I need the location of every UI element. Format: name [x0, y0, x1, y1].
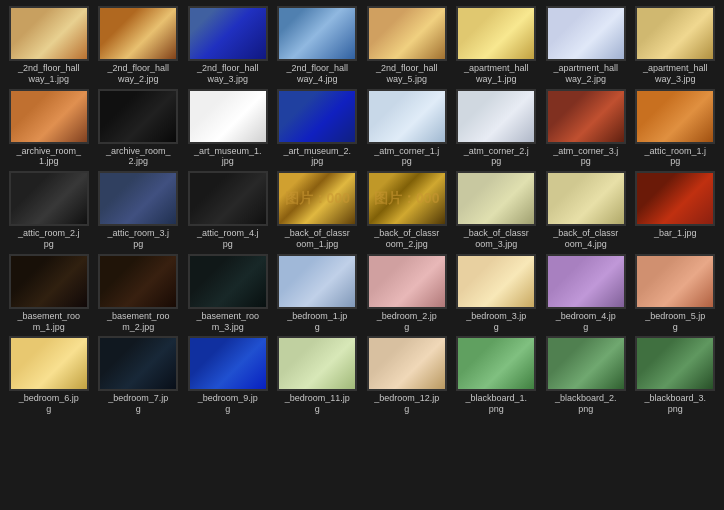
thumb-2nd-hall-5-image: [368, 7, 446, 60]
thumb-apt-hall-3[interactable]: _apartment_hall way_3.jpg: [633, 6, 719, 85]
thumb-arch-2-image: [99, 90, 177, 143]
thumb-2nd-hall-4-label: _2nd_floor_hall way_4.jpg: [286, 63, 348, 85]
thumb-attic-1[interactable]: _attic_room_1.j pg: [633, 89, 719, 168]
thumb-atm-1-image: [368, 90, 446, 143]
thumb-bed-3-label: _bedroom_3.jp g: [466, 311, 526, 333]
thumb-apt-hall-3-label: _apartment_hall way_3.jpg: [643, 63, 708, 85]
thumb-bed-12-label: _bedroom_12.jp g: [374, 393, 439, 415]
thumb-2nd-hall-5-label: _2nd_floor_hall way_5.jpg: [376, 63, 438, 85]
thumb-boc-1[interactable]: 图片：000_back_of_classr oom_1.jpg: [275, 171, 361, 250]
thumb-2nd-hall-3-image: [189, 7, 267, 60]
thumb-art-1[interactable]: _art_museum_1. jpg: [185, 89, 271, 168]
thumb-bed-11-image: [278, 337, 356, 390]
thumb-2nd-hall-1-label: _2nd_floor_hall way_1.jpg: [18, 63, 80, 85]
thumb-bar-1-image: [636, 172, 714, 225]
thumb-atm-3-label: _atm_corner_3.j pg: [553, 146, 618, 168]
thumb-2nd-hall-5[interactable]: _2nd_floor_hall way_5.jpg: [364, 6, 450, 85]
thumb-2nd-hall-1-image: [10, 7, 88, 60]
thumb-blk-3-image: [636, 337, 714, 390]
thumb-attic-3[interactable]: _attic_room_3.j pg: [96, 171, 182, 250]
thumb-atm-3[interactable]: _atm_corner_3.j pg: [543, 89, 629, 168]
thumb-attic-3-image: [99, 172, 177, 225]
thumb-bed-9-image: [189, 337, 267, 390]
thumb-attic-4-label: _attic_room_4.j pg: [197, 228, 259, 250]
thumb-atm-2[interactable]: _atm_corner_2.j pg: [454, 89, 540, 168]
thumb-boc-3[interactable]: _back_of_classr oom_3.jpg: [454, 171, 540, 250]
thumb-boc-4-image: [547, 172, 625, 225]
thumb-bed-5-image: [636, 255, 714, 308]
thumb-attic-2[interactable]: _attic_room_2.j pg: [6, 171, 92, 250]
thumb-attic-4[interactable]: _attic_room_4.j pg: [185, 171, 271, 250]
thumb-bed-9[interactable]: _bedroom_9.jp g: [185, 336, 271, 415]
thumb-bed-2[interactable]: _bedroom_2.jp g: [364, 254, 450, 333]
thumb-bed-6-image: [10, 337, 88, 390]
thumb-apt-hall-1-image: [457, 7, 535, 60]
thumb-art-2-image: [278, 90, 356, 143]
thumb-bed-3-image: [457, 255, 535, 308]
thumb-2nd-hall-3-label: _2nd_floor_hall way_3.jpg: [197, 63, 259, 85]
thumb-apt-hall-1-label: _apartment_hall way_1.jpg: [464, 63, 529, 85]
thumb-bar-1[interactable]: _bar_1.jpg: [633, 171, 719, 250]
thumbnail-grid: _2nd_floor_hall way_1.jpg_2nd_floor_hall…: [0, 0, 724, 421]
thumb-bed-1[interactable]: _bedroom_1.jp g: [275, 254, 361, 333]
thumb-2nd-hall-2[interactable]: _2nd_floor_hall way_2.jpg: [96, 6, 182, 85]
thumb-bed-6[interactable]: _bedroom_6.jp g: [6, 336, 92, 415]
thumb-attic-1-image: [636, 90, 714, 143]
thumb-apt-hall-1[interactable]: _apartment_hall way_1.jpg: [454, 6, 540, 85]
thumb-bas-1-image: [10, 255, 88, 308]
thumb-2nd-hall-1[interactable]: _2nd_floor_hall way_1.jpg: [6, 6, 92, 85]
thumb-blk-2-label: _blackboard_2. png: [555, 393, 617, 415]
thumb-atm-3-image: [547, 90, 625, 143]
thumb-arch-1-label: _archive_room_ 1.jpg: [16, 146, 81, 168]
thumb-atm-2-label: _atm_corner_2.j pg: [464, 146, 529, 168]
thumb-arch-2[interactable]: _archive_room_ 2.jpg: [96, 89, 182, 168]
thumb-blk-2[interactable]: _blackboard_2. png: [543, 336, 629, 415]
thumb-bed-7[interactable]: _bedroom_7.jp g: [96, 336, 182, 415]
thumb-art-2-label: _art_museum_2. jpg: [283, 146, 351, 168]
thumb-bas-2-image: [99, 255, 177, 308]
thumb-bed-3[interactable]: _bedroom_3.jp g: [454, 254, 540, 333]
thumb-blk-1-label: _blackboard_1. png: [465, 393, 527, 415]
thumb-blk-3-label: _blackboard_3. png: [644, 393, 706, 415]
thumb-bas-1[interactable]: _basement_roo m_1.jpg: [6, 254, 92, 333]
thumb-atm-2-image: [457, 90, 535, 143]
thumb-arch-2-label: _archive_room_ 2.jpg: [106, 146, 171, 168]
thumb-2nd-hall-3[interactable]: _2nd_floor_hall way_3.jpg: [185, 6, 271, 85]
thumb-blk-3[interactable]: _blackboard_3. png: [633, 336, 719, 415]
thumb-2nd-hall-2-label: _2nd_floor_hall way_2.jpg: [107, 63, 169, 85]
thumb-attic-4-image: [189, 172, 267, 225]
thumb-boc-3-image: [457, 172, 535, 225]
thumb-bas-3[interactable]: _basement_roo m_3.jpg: [185, 254, 271, 333]
thumb-apt-hall-2-label: _apartment_hall way_2.jpg: [553, 63, 618, 85]
thumb-arch-1[interactable]: _archive_room_ 1.jpg: [6, 89, 92, 168]
thumb-art-2[interactable]: _art_museum_2. jpg: [275, 89, 361, 168]
thumb-bed-4-label: _bedroom_4.jp g: [556, 311, 616, 333]
thumb-bed-9-label: _bedroom_9.jp g: [198, 393, 258, 415]
thumb-boc-2[interactable]: 图片：000_back_of_classr oom_2.jpg: [364, 171, 450, 250]
thumb-blk-1[interactable]: _blackboard_1. png: [454, 336, 540, 415]
thumb-attic-2-label: _attic_room_2.j pg: [18, 228, 80, 250]
thumb-bed-12[interactable]: _bedroom_12.jp g: [364, 336, 450, 415]
thumb-bed-5-label: _bedroom_5.jp g: [645, 311, 705, 333]
thumb-2nd-hall-4[interactable]: _2nd_floor_hall way_4.jpg: [275, 6, 361, 85]
thumb-bed-5[interactable]: _bedroom_5.jp g: [633, 254, 719, 333]
thumb-bas-2[interactable]: _basement_roo m_2.jpg: [96, 254, 182, 333]
thumb-bed-1-label: _bedroom_1.jp g: [287, 311, 347, 333]
thumb-boc-4[interactable]: _back_of_classr oom_4.jpg: [543, 171, 629, 250]
thumb-bed-11[interactable]: _bedroom_11.jp g: [275, 336, 361, 415]
thumb-blk-2-image: [547, 337, 625, 390]
thumb-bas-3-image: [189, 255, 267, 308]
thumb-attic-3-label: _attic_room_3.j pg: [107, 228, 169, 250]
thumb-attic-1-label: _attic_room_1.j pg: [644, 146, 706, 168]
thumb-bas-2-label: _basement_roo m_2.jpg: [107, 311, 170, 333]
thumb-atm-1[interactable]: _atm_corner_1.j pg: [364, 89, 450, 168]
thumb-bed-1-image: [278, 255, 356, 308]
thumb-bed-4-image: [547, 255, 625, 308]
thumb-bed-4[interactable]: _bedroom_4.jp g: [543, 254, 629, 333]
thumb-bed-2-label: _bedroom_2.jp g: [377, 311, 437, 333]
thumb-bed-2-image: [368, 255, 446, 308]
thumb-boc-2-image: [368, 172, 446, 225]
thumb-apt-hall-2[interactable]: _apartment_hall way_2.jpg: [543, 6, 629, 85]
thumb-bed-6-label: _bedroom_6.jp g: [19, 393, 79, 415]
thumb-bed-7-image: [99, 337, 177, 390]
